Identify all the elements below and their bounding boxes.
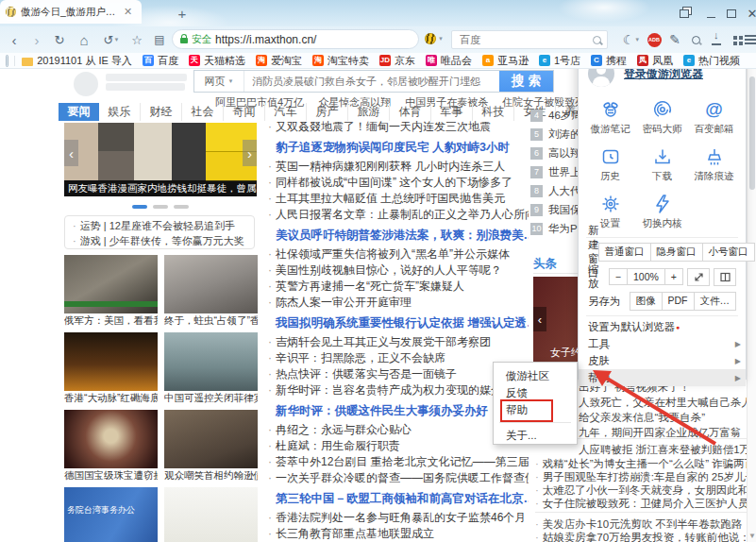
scrollbar-thumb[interactable] [749,76,755,190]
news-item[interactable]: 美发店办卡10元洗剪吹 不到半年卷款跑路 [535,517,748,531]
menu-item-notes[interactable]: 傲游笔记 [584,93,636,141]
save-as-file-button[interactable]: 文件… [694,292,737,311]
carousel-prev-icon[interactable]: ‹ [64,140,78,166]
new-tab-button[interactable]: + [174,6,191,23]
menu-item-mail[interactable]: @ 百变邮箱 [688,93,740,141]
save-as-pdf-button[interactable]: PDF [662,292,695,311]
page-search-button[interactable]: 搜索 [499,71,553,92]
undo-icon[interactable]: ↺▼ [98,26,125,53]
bookmark-item[interactable]: a 亚马逊 [482,54,529,68]
news-item[interactable] [535,512,748,513]
news-carousel[interactable]: ‹ › 网友曝香港漫画家内地捞钱却挺暴徒，曾属… [64,123,257,196]
gallery-item[interactable]: 终于，蛀虫“占领了”香港… [164,255,258,328]
forward-icon[interactable]: › [26,26,47,53]
news-item[interactable]: 人应聘被拒 浙江喜来登被判赔偿1万元 [579,443,748,456]
toolbar-search-input[interactable] [458,33,593,46]
news-item[interactable]: 太难忍了小伙一到冬天就变身，女朋因此和他分手 [535,483,748,497]
page-tab[interactable]: 娱乐 [99,103,141,121]
split-screen-icon[interactable] [714,268,736,286]
menu-item-downloads[interactable]: 下载 [636,141,688,188]
headline-item[interactable]: 同样都被说成“中国间谍” 这个女人的下场惨多了 [266,175,529,191]
headline-item[interactable]: 美议员呼吁特朗普签涉港法案，耿爽：别浪费美… [266,228,529,244]
url-text[interactable]: https://i.maxthon.cn/ [215,33,316,46]
skins-menu-item[interactable]: 皮肤▶ [579,352,746,369]
gallery-item[interactable]: 德国国宝级珠宝遭窃损失或… [64,410,158,483]
gallery-item[interactable]: 俄军方：美国，看看我们的… [64,255,158,328]
bookmark-item[interactable]: 唯 唯品会 [426,54,472,68]
bookmark-item[interactable]: 天 天猫精选 [189,54,245,68]
headline-item[interactable]: 又双叒叕地震了！缅甸一天内连发三次地震 [266,119,529,135]
page-tab[interactable]: 财经 [141,103,182,121]
gallery-image[interactable]: 务院台湾事务办公 [64,487,158,542]
maxthon-bee-button[interactable]: ▼ [425,33,444,44]
gallery-image[interactable] [164,332,258,391]
close-button[interactable]: ✕ [744,7,756,20]
gallery-image[interactable] [164,410,258,468]
maximize-button[interactable] [723,7,740,20]
address-bar[interactable]: 安全 https://i.maxthon.cn/ [172,29,419,49]
main-menu-icon[interactable] [743,26,756,53]
home-icon[interactable]: ⌂ [74,26,94,53]
headline-item[interactable]: 荟萃中外12台剧目 重拾老北京文化记忆——第三届老舍戏… [266,454,529,470]
menu-item-history[interactable]: 历史 [584,141,636,188]
normal-window-button[interactable]: 普通窗口 [598,243,651,262]
news-item[interactable]: 人致死亡，父亲在村里大喊自己杀人 [579,396,748,409]
bookmark-item[interactable]: 凤 凤凰 [637,54,673,68]
news-item[interactable]: 给父亲发来信息“我要自杀” [579,411,748,424]
set-default-browser-item[interactable]: 设置为默认浏览器● [579,318,746,335]
alt-account-window-button[interactable]: 小号窗口 [702,243,755,262]
search-category-dropdown[interactable]: 网页▼ [194,71,244,92]
headline-item[interactable]: 第三轮中国－欧盟工商领袖和前高官对话在北京… [266,491,529,507]
headline-item[interactable]: 豹子追逐宠物狗误闯印度民宅 人豹对峙3小时 [266,140,529,156]
gallery-item[interactable]: 观众嘲笑首相约翰逊债… [164,410,258,483]
submenu-help[interactable]: 帮助 [494,401,577,418]
menu-item-clear-traces[interactable]: 清除痕迹 [688,141,740,188]
reader-mode-icon[interactable]: ▤ [149,26,170,53]
page-scrollbar[interactable]: ▼ [747,69,756,542]
bookmark-item[interactable]: e 热门视频 [683,54,740,68]
news-item[interactable]: 男子围观坠车打捞崩溃:车是自家的 25岁儿子溺亡 [535,470,748,483]
gallery-item[interactable]: 务院台湾事务办公 [64,487,158,542]
incognito-window-button[interactable]: 隐身窗口 [650,243,703,262]
headline-item[interactable]: 英国一精神病嫌犯刚刚获释 几小时内连杀三人 [266,159,529,175]
feed-tab-toutiao[interactable]: 头条 [533,256,557,272]
bookmark-item[interactable]: JD 京东 [379,54,415,68]
headline-item[interactable]: 社保领域严重失信将被列入“黑名单”并公示媒体 [266,246,529,263]
night-mode-icon[interactable]: ☾▼ [619,26,644,53]
skins-icon[interactable]: ✎ [664,26,685,53]
headline-item[interactable]: 冉绍之：永远与群众心贴心 [266,422,529,438]
headline-item[interactable]: 人民日报署名文章：止暴制乱的正义之举乃人心所向 [266,207,529,223]
page-tab[interactable]: 要闻 [59,103,99,121]
headline-item[interactable]: 英警方再逮捕一名“死亡货车”案嫌疑人 [266,279,529,295]
zoom-in-button[interactable]: + [664,268,683,285]
headline-item[interactable]: 土耳其里拉大幅贬值 土总统呼吁国民抛售美元 [266,191,529,207]
page-tab[interactable]: 奇闻 [224,103,265,121]
gallery-image[interactable] [64,332,158,391]
download-tray-icon[interactable] [706,26,727,53]
headline-item[interactable]: 一次关乎群众冷暖的督查——国务院供暖工作督查侧记 [266,470,529,486]
submenu-about[interactable]: 关于... [494,427,577,444]
headline-item[interactable]: 美国性别歧视触目惊心，说好的人人平等呢？ [266,263,529,279]
help-menu-item[interactable]: 帮助▶ [579,369,746,386]
headline-item[interactable]: 陈杰人案一审公开开庭审理 [266,295,529,311]
gallery-image[interactable] [64,255,158,313]
bookmark-item[interactable]: C 携程 [591,54,627,68]
bookmark-item[interactable]: 百 百度 [143,54,178,68]
toolbar-search-box[interactable] [451,30,608,49]
page-tab[interactable]: 社会 [182,103,224,121]
window-layout-icon[interactable] [676,7,693,20]
info-link[interactable]: 运势 | 12星座谁不会被轻易追到手 [73,218,246,233]
zoom-out-button[interactable]: − [609,268,628,285]
bookmark-item[interactable]: 淘 淘宝特卖 [312,54,369,68]
fullscreen-icon[interactable] [687,268,710,286]
bookmark-item[interactable]: e 1号店 [539,54,580,68]
gallery-item[interactable] [164,487,258,542]
sniffer-icon[interactable] [685,26,706,53]
news-item[interactable]: 九年，期间开四家企业成亿万富翁 [579,426,748,439]
carousel-dots[interactable] [132,205,189,209]
refresh-icon[interactable]: ↻ [49,26,70,53]
gallery-item[interactable]: 中国可遥控关闭菲律宾电网… [164,332,258,405]
tab-close-icon[interactable]: ✕ [124,6,132,18]
back-icon[interactable]: ‹ [4,26,25,53]
gallery-image[interactable] [64,410,158,468]
